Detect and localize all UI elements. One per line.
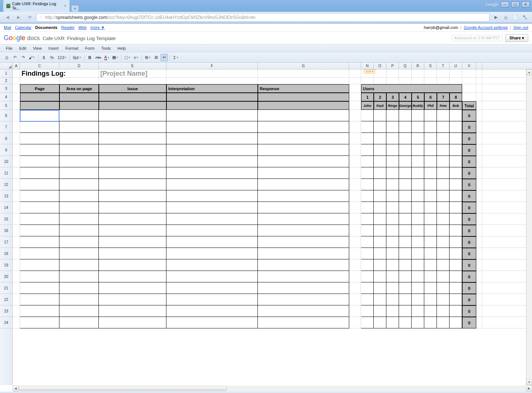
menu-help[interactable]: Help bbox=[114, 45, 129, 52]
row-header-3[interactable]: 3 bbox=[0, 84, 12, 93]
google-link-calendar[interactable]: Calendar bbox=[15, 25, 32, 30]
cell[interactable] bbox=[349, 144, 361, 156]
user-cell[interactable] bbox=[399, 156, 412, 167]
user-cell[interactable] bbox=[437, 179, 450, 190]
cell[interactable] bbox=[462, 78, 476, 84]
user-cell[interactable] bbox=[412, 294, 424, 305]
grid[interactable]: Sort ▾ Findings Log:[Project Name]PageAr… bbox=[13, 69, 526, 385]
user-cell[interactable] bbox=[424, 179, 437, 190]
cell[interactable] bbox=[349, 101, 361, 110]
bold-button[interactable]: B bbox=[86, 54, 94, 61]
user-name-pete[interactable]: Pete bbox=[437, 101, 450, 110]
user-cell[interactable] bbox=[374, 121, 386, 133]
row-header-1[interactable]: 1 bbox=[0, 69, 12, 78]
user-cell[interactable] bbox=[424, 305, 437, 317]
col-header-blank[interactable] bbox=[349, 63, 361, 69]
data-cell[interactable] bbox=[166, 167, 258, 179]
menu-insert[interactable]: Insert bbox=[45, 45, 62, 52]
cell[interactable] bbox=[13, 156, 20, 167]
user-cell[interactable] bbox=[437, 213, 450, 225]
cell[interactable] bbox=[166, 78, 258, 84]
data-cell[interactable] bbox=[258, 305, 349, 317]
user-cell[interactable] bbox=[361, 110, 374, 121]
data-cell[interactable] bbox=[258, 133, 349, 144]
user-name-buddy[interactable]: Buddy bbox=[412, 101, 424, 110]
new-tab-button[interactable]: + bbox=[71, 5, 79, 12]
print-icon[interactable]: ⎙ bbox=[502, 14, 510, 21]
user-cell[interactable] bbox=[412, 236, 424, 248]
cell[interactable] bbox=[361, 78, 374, 84]
user-cell[interactable] bbox=[374, 190, 386, 202]
cell[interactable] bbox=[412, 78, 424, 84]
user-name-phil[interactable]: Phil bbox=[424, 101, 437, 110]
user-cell[interactable] bbox=[450, 317, 462, 328]
user-cell[interactable] bbox=[412, 225, 424, 236]
data-cell[interactable] bbox=[99, 167, 166, 179]
total-cell[interactable]: 0 bbox=[462, 225, 476, 236]
cell[interactable] bbox=[349, 305, 361, 317]
user-cell[interactable] bbox=[361, 271, 374, 282]
user-cell[interactable] bbox=[437, 236, 450, 248]
user-cell[interactable] bbox=[386, 236, 399, 248]
data-cell[interactable] bbox=[166, 271, 258, 282]
cell[interactable] bbox=[476, 133, 482, 144]
user-cell[interactable] bbox=[361, 248, 374, 259]
cell[interactable] bbox=[349, 84, 361, 93]
user-cell[interactable] bbox=[386, 144, 399, 156]
data-cell[interactable] bbox=[20, 167, 59, 179]
page-icon[interactable]: 📄 bbox=[511, 14, 519, 21]
col-header-T[interactable]: T bbox=[437, 63, 450, 69]
cell[interactable] bbox=[476, 144, 482, 156]
user-cell[interactable] bbox=[374, 282, 386, 294]
data-cell[interactable] bbox=[59, 121, 99, 133]
total-cell[interactable]: 0 bbox=[462, 133, 476, 144]
col-header-O[interactable]: O bbox=[374, 63, 386, 69]
cell[interactable] bbox=[437, 78, 450, 84]
user-cell[interactable] bbox=[437, 121, 450, 133]
user-cell[interactable] bbox=[399, 317, 412, 328]
data-cell[interactable] bbox=[59, 202, 99, 213]
cell[interactable] bbox=[13, 78, 20, 84]
user-cell[interactable] bbox=[386, 271, 399, 282]
user-cell[interactable] bbox=[361, 167, 374, 179]
data-cell[interactable] bbox=[166, 156, 258, 167]
user-cell[interactable] bbox=[450, 225, 462, 236]
user-cell[interactable] bbox=[424, 294, 437, 305]
user-cell[interactable] bbox=[386, 294, 399, 305]
paint-format-button[interactable]: 🖌 bbox=[27, 54, 36, 61]
user-cell[interactable] bbox=[412, 110, 424, 121]
title-cell[interactable]: Findings Log: bbox=[20, 69, 99, 78]
google-link-web[interactable]: Web bbox=[78, 25, 87, 30]
col-header-N[interactable]: N bbox=[361, 63, 374, 69]
user-num-6[interactable]: 6 bbox=[424, 93, 437, 101]
user-cell[interactable] bbox=[424, 110, 437, 121]
user-cell[interactable] bbox=[399, 167, 412, 179]
cell[interactable] bbox=[166, 101, 258, 110]
data-cell[interactable] bbox=[166, 282, 258, 294]
tab-close-icon[interactable]: × bbox=[64, 3, 66, 9]
menu-form[interactable]: Form bbox=[82, 45, 98, 52]
col-header-C[interactable]: C bbox=[20, 63, 59, 69]
data-cell[interactable] bbox=[99, 202, 166, 213]
cell[interactable] bbox=[462, 93, 476, 101]
wrap-text-button[interactable]: ↵ bbox=[160, 54, 168, 61]
cell[interactable] bbox=[13, 271, 20, 282]
row-header-21[interactable]: 21 bbox=[0, 282, 12, 294]
user-name-ringo[interactable]: Ringo bbox=[386, 101, 399, 110]
data-cell[interactable] bbox=[258, 121, 349, 133]
data-cell[interactable] bbox=[166, 121, 258, 133]
header-total[interactable]: Total bbox=[462, 101, 476, 110]
data-cell[interactable] bbox=[59, 271, 99, 282]
data-cell[interactable] bbox=[258, 271, 349, 282]
user-cell[interactable] bbox=[386, 167, 399, 179]
user-num-1[interactable]: 1 bbox=[361, 93, 374, 101]
cell[interactable] bbox=[476, 317, 482, 328]
total-cell[interactable]: 0 bbox=[462, 259, 476, 271]
user-cell[interactable] bbox=[450, 202, 462, 213]
total-cell[interactable]: 0 bbox=[462, 110, 476, 121]
user-cell[interactable] bbox=[386, 317, 399, 328]
user-cell[interactable] bbox=[437, 202, 450, 213]
project-name-cell[interactable]: [Project Name] bbox=[99, 69, 166, 78]
user-cell[interactable] bbox=[399, 236, 412, 248]
user-cell[interactable] bbox=[374, 133, 386, 144]
